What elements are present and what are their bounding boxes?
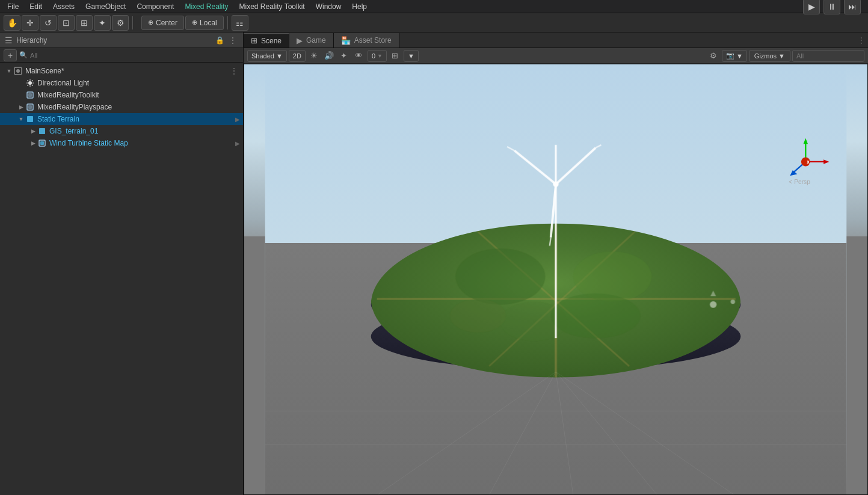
transform-tool-button[interactable]: ✦ — [94, 15, 111, 31]
hierarchy-tree: ▼ MainScene* ⋮ ▶ — [0, 63, 243, 495]
game-tab-icon: ▶ — [297, 36, 303, 45]
menu-edit[interactable]: Edit — [25, 1, 47, 12]
tree-icon-static-terrain — [25, 114, 35, 124]
scene-more-dropdown[interactable]: ▼ — [404, 50, 419, 62]
tab-more-button[interactable]: ⋮ — [855, 33, 868, 48]
svg-point-33 — [450, 299, 506, 333]
asset-store-tab-icon: 🏪 — [341, 36, 351, 45]
hierarchy-lock-button[interactable]: 🔒 — [214, 35, 225, 46]
menu-window[interactable]: Window — [311, 1, 346, 12]
tree-label-gis-terrain: GIS_terrain_01 — [49, 127, 243, 135]
step-button[interactable]: ⏭ — [844, 0, 861, 14]
hierarchy-search-input[interactable] — [30, 52, 239, 59]
menu-mixed-reality[interactable]: Mixed Reality — [180, 1, 233, 12]
svg-point-32 — [551, 294, 641, 338]
tab-scene[interactable]: ⊞ Scene — [244, 33, 289, 48]
svg-line-7 — [28, 81, 29, 82]
svg-text:< Persp: < Persp — [789, 179, 810, 185]
hand-tool-button[interactable]: ✋ — [4, 15, 20, 31]
pause-button[interactable]: ⏸ — [823, 0, 840, 14]
shaded-dropdown-arrow: ▼ — [276, 52, 283, 60]
hierarchy-more-button[interactable]: ⋮ — [227, 35, 238, 46]
scene-lighting-icon[interactable]: ☀ — [307, 50, 321, 62]
toolbar-separator-2 — [227, 16, 228, 29]
hierarchy-panel: ☰ Hierarchy 🔒 ⋮ + 🔍 ▼ MainScene* ⋮ — [0, 32, 244, 495]
rotate-tool-button[interactable]: ↺ — [40, 15, 57, 31]
tree-icon-mrtoolkit — [25, 90, 35, 100]
static-terrain-expand-arrow[interactable]: ▶ — [232, 114, 243, 125]
search-icon: 🔍 — [19, 51, 28, 59]
gizmos-label: Gizmos — [754, 52, 777, 60]
scale-tool-button[interactable]: ⊡ — [58, 15, 75, 31]
tree-item-mainscene[interactable]: ▼ MainScene* ⋮ — [0, 65, 243, 77]
menu-component[interactable]: Component — [132, 1, 179, 12]
main-layout: ☰ Hierarchy 🔒 ⋮ + 🔍 ▼ MainScene* ⋮ — [0, 32, 868, 495]
play-button[interactable]: ▶ — [803, 0, 820, 14]
svg-point-34 — [710, 301, 716, 308]
scene-settings-icon[interactable]: ⚙ — [707, 50, 720, 62]
hierarchy-more-dots[interactable]: ⋮ — [230, 66, 243, 76]
tree-label-static-terrain: Static Terrain — [37, 115, 232, 123]
scene-audio-icon[interactable]: 🔊 — [322, 50, 336, 62]
camera-icon: 📷 — [726, 52, 734, 60]
menu-gameobject[interactable]: GameObject — [81, 1, 131, 12]
custom-tool-button[interactable]: ⚙ — [112, 15, 129, 31]
tree-arrow-static-terrain: ▼ — [17, 115, 25, 123]
shaded-label: Shaded — [251, 52, 274, 60]
tree-item-mrtoolkit[interactable]: ▶ MixedRealityToolkit — [0, 89, 243, 101]
menu-help[interactable]: Help — [347, 1, 372, 12]
tree-label-mainscene: MainScene* — [25, 67, 230, 75]
move-tool-button[interactable]: ✛ — [22, 15, 38, 31]
tree-item-wind-turbine[interactable]: ▶ Wind Turbine Static Map ▶ — [0, 137, 243, 149]
menu-assets[interactable]: Assets — [48, 1, 79, 12]
hierarchy-search-bar: + 🔍 — [0, 48, 243, 63]
rect-tool-button[interactable]: ⊞ — [76, 15, 93, 31]
twod-button[interactable]: 2D — [289, 50, 306, 62]
extra-tool-button[interactable]: ⚏ — [232, 15, 248, 31]
hierarchy-header: ☰ Hierarchy 🔒 ⋮ — [0, 32, 243, 48]
hierarchy-header-actions: 🔒 ⋮ — [214, 35, 238, 46]
svg-point-29 — [455, 248, 545, 304]
tree-label-mrtoolkit: MixedRealityToolkit — [37, 91, 243, 99]
toolbar-separator-1 — [132, 16, 133, 29]
scene-hidden-icon[interactable]: 👁 — [352, 50, 366, 62]
tree-item-directional-light[interactable]: ▶ Directional Light — [0, 77, 243, 89]
menu-bar: File Edit Assets GameObject Component Mi… — [0, 0, 868, 13]
svg-rect-12 — [28, 93, 32, 97]
hierarchy-add-button[interactable]: + — [4, 49, 17, 61]
svg-line-10 — [28, 85, 29, 86]
tab-game[interactable]: ▶ Game — [289, 33, 334, 48]
local-button[interactable]: ⊕ Local — [185, 16, 224, 30]
tree-arrow-mrplayspace: ▶ — [17, 103, 25, 111]
wind-turbine-expand-arrow[interactable]: ▶ — [232, 138, 243, 149]
shaded-dropdown[interactable]: Shaded ▼ — [247, 50, 287, 62]
toolbar-play-controls: ▶ ⏸ ⏭ — [803, 0, 866, 14]
scene-toolbar: Shaded ▼ 2D ☀ 🔊 ✦ 👁 0 ▼ ⊞ ▼ ⚙ 📷 — [244, 48, 868, 64]
scene-search-input[interactable] — [792, 50, 864, 62]
camera-dropdown[interactable]: 📷 ▼ — [722, 50, 747, 62]
hierarchy-header-icon: ☰ — [5, 35, 13, 45]
menu-mixed-reality-toolkit[interactable]: Mixed Reality Toolkit — [234, 1, 309, 12]
tree-label-mrplayspace: MixedRealityPlayspace — [37, 103, 243, 111]
asset-store-tab-label: Asset Store — [354, 36, 392, 45]
tree-label-directional-light: Directional Light — [37, 79, 243, 87]
tab-bar: ⊞ Scene ▶ Game 🏪 Asset Store ⋮ — [244, 32, 868, 48]
scene-fx-icon[interactable]: ✦ — [337, 50, 351, 62]
tree-item-mrplayspace[interactable]: ▶ MixedRealityPlayspace — [0, 101, 243, 113]
menu-file[interactable]: File — [2, 1, 23, 12]
svg-line-9 — [32, 81, 33, 82]
scene-tab-label: Scene — [261, 37, 282, 45]
gizmos-button[interactable]: Gizmos ▼ — [749, 50, 790, 62]
scene-view: ⊞ Scene ▶ Game 🏪 Asset Store ⋮ Shaded ▼ … — [244, 32, 868, 495]
center-button[interactable]: ⊕ Center — [141, 16, 184, 30]
tree-item-static-terrain[interactable]: ▼ Static Terrain ▶ — [0, 113, 243, 125]
tab-asset-store[interactable]: 🏪 Asset Store — [334, 33, 399, 48]
scene-grid-icon[interactable]: ⊞ — [389, 50, 402, 62]
scene-3d-viewport[interactable]: x < Persp — [244, 64, 868, 495]
tree-arrow-wind-turbine: ▶ — [29, 139, 37, 147]
svg-rect-15 — [27, 116, 33, 122]
tree-item-gis-terrain[interactable]: ▶ GIS_terrain_01 — [0, 125, 243, 137]
svg-rect-14 — [28, 105, 32, 109]
overlay-counter[interactable]: 0 ▼ — [368, 50, 387, 62]
hierarchy-title: Hierarchy — [16, 36, 47, 45]
